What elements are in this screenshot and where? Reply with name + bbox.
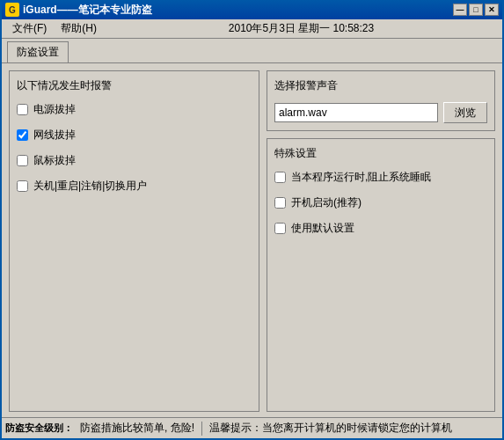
left-panel-title: 以下情况发生时报警 <box>17 78 252 93</box>
datetime-display: 2010年5月3日 星期一 10:58:23 <box>104 21 499 36</box>
checkbox-sleep-input[interactable] <box>274 172 286 183</box>
status-value: 防盗措施比较简单, 危险! <box>80 421 194 436</box>
minimize-button[interactable]: — <box>453 4 467 16</box>
alarm-file-input[interactable] <box>274 103 438 122</box>
menu-bar: 文件(F) 帮助(H) 2010年5月3日 星期一 10:58:23 <box>2 19 502 39</box>
checkbox-shutdown-label: 关机|重启|注销|切换用户 <box>33 179 147 194</box>
special-panel: 特殊设置 当本程序运行时,阻止系统睡眠 开机启动(推荐) 使用默认设置 <box>267 138 495 412</box>
title-bar: G iGuard——笔记本专业防盗 — □ ✕ <box>2 0 502 19</box>
special-panel-title: 特殊设置 <box>274 146 487 161</box>
status-hint: 温馨提示：当您离开计算机的时候请锁定您的计算机 <box>209 421 452 436</box>
checkbox-network[interactable]: 网线拔掉 <box>17 128 252 143</box>
status-divider <box>201 422 202 436</box>
checkbox-startup-label: 开机启动(推荐) <box>291 195 362 210</box>
checkbox-startup[interactable]: 开机启动(推荐) <box>274 195 487 210</box>
maximize-button[interactable]: □ <box>469 4 483 16</box>
main-window: G iGuard——笔记本专业防盗 — □ ✕ 文件(F) 帮助(H) 2010… <box>0 0 504 440</box>
checkbox-default-input[interactable] <box>274 223 286 234</box>
checkbox-default-label: 使用默认设置 <box>291 221 354 236</box>
checkbox-mouse[interactable]: 鼠标拔掉 <box>17 153 252 168</box>
title-buttons: — □ ✕ <box>453 4 499 16</box>
menu-file[interactable]: 文件(F) <box>5 19 54 38</box>
checkbox-shutdown[interactable]: 关机|重启|注销|切换用户 <box>17 179 252 194</box>
tab-antitheft[interactable]: 防盗设置 <box>7 41 69 62</box>
sound-input-row: 浏览 <box>274 102 487 123</box>
title-bar-left: G iGuard——笔记本专业防盗 <box>5 3 152 18</box>
right-panel: 选择报警声音 浏览 特殊设置 当本程序运行时,阻止系统睡眠 开机启动(推荐) <box>267 70 495 412</box>
toolbar: 防盗设置 <box>2 39 502 63</box>
checkbox-sleep[interactable]: 当本程序运行时,阻止系统睡眠 <box>274 170 487 185</box>
checkbox-mouse-input[interactable] <box>17 155 28 166</box>
status-label: 防盗安全级别： <box>5 422 73 435</box>
checkbox-shutdown-input[interactable] <box>17 180 28 192</box>
app-icon: G <box>5 3 19 17</box>
checkbox-default[interactable]: 使用默认设置 <box>274 221 487 236</box>
checkbox-sleep-label: 当本程序运行时,阻止系统睡眠 <box>291 170 431 185</box>
checkbox-power-label: 电源拔掉 <box>33 102 76 117</box>
left-panel: 以下情况发生时报警 电源拔掉 网线拔掉 鼠标拔掉 关机|重启|注销|切换用户 <box>9 70 259 412</box>
checkbox-mouse-label: 鼠标拔掉 <box>33 153 76 168</box>
window-title: iGuard——笔记本专业防盗 <box>23 3 152 18</box>
sound-panel-title: 选择报警声音 <box>274 78 487 93</box>
menu-help[interactable]: 帮助(H) <box>54 19 104 38</box>
status-bar: 防盗安全级别： 防盗措施比较简单, 危险! 温馨提示：当您离开计算机的时候请锁定… <box>2 417 502 438</box>
main-content: 以下情况发生时报警 电源拔掉 网线拔掉 鼠标拔掉 关机|重启|注销|切换用户 <box>2 63 502 419</box>
checkbox-network-input[interactable] <box>17 129 28 141</box>
checkbox-power[interactable]: 电源拔掉 <box>17 102 252 117</box>
checkbox-power-input[interactable] <box>17 104 28 115</box>
close-button[interactable]: ✕ <box>485 4 499 16</box>
browse-button[interactable]: 浏览 <box>443 102 487 123</box>
checkbox-network-label: 网线拔掉 <box>33 128 76 143</box>
checkbox-startup-input[interactable] <box>274 197 286 209</box>
sound-panel: 选择报警声音 浏览 <box>267 70 495 131</box>
